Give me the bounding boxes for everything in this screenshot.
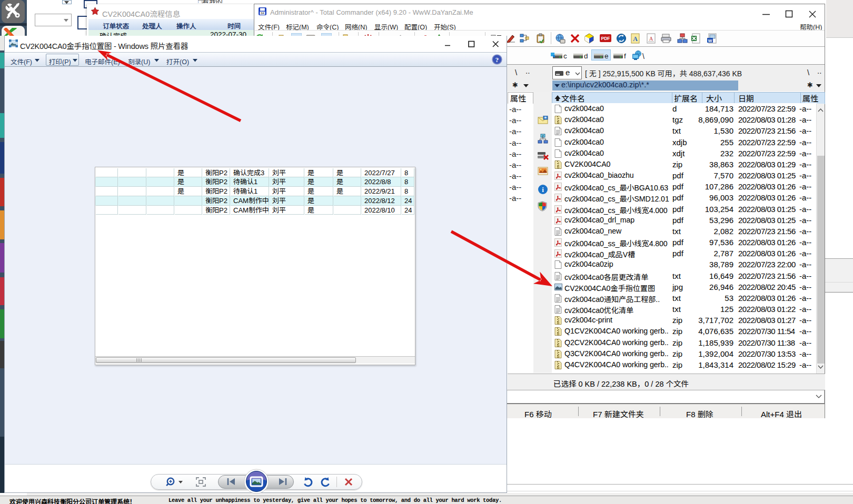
svg-text:?: ? — [495, 56, 499, 64]
svg-text:A: A — [649, 36, 653, 42]
svg-text:A: A — [633, 35, 638, 43]
svg-text:i: i — [542, 186, 544, 194]
svg-text:64: 64 — [261, 12, 264, 15]
svg-text:PDF: PDF — [601, 36, 610, 41]
svg-text:W: W — [708, 38, 712, 43]
svg-text:Z: Z — [542, 135, 543, 138]
